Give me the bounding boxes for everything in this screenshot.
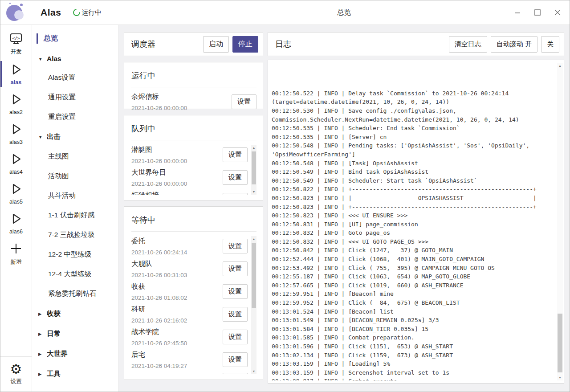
log-line: 00:13:01.524 | INFO | [Beacon] list	[272, 307, 556, 316]
task-setting-button[interactable]: 设置	[223, 170, 248, 185]
task-setting-button[interactable]: 设置	[232, 94, 256, 109]
nav-group-opsi[interactable]: ▶ 大世界	[32, 349, 118, 359]
play-icon	[9, 212, 23, 227]
autoscroll-toggle-button[interactable]: 自动滚动 开	[491, 36, 537, 53]
rail-item-alas2[interactable]: alas2	[0, 90, 32, 118]
rail-item-label: alas4	[9, 169, 23, 175]
task-setting-button[interactable]: 设置	[223, 284, 248, 299]
log-off-button[interactable]: 关	[541, 36, 559, 53]
nav-group-sortie-items: 主线图活动图共斗活动1-1 伏击刷好感7-2 三战捡垃圾12-2 中型练级12-…	[32, 152, 118, 298]
pending-card: 队列中 潜艇图 2021-10-26 00:00:00	[124, 115, 263, 200]
task-setting-button[interactable]: 设置	[223, 307, 248, 322]
nav-group-tool[interactable]: ▶ 工具	[32, 369, 118, 379]
rail-item-settings[interactable]: ⚙ 设置	[0, 356, 32, 388]
play-icon	[9, 122, 23, 138]
log-scrollbar[interactable]: ▲ ▼	[557, 63, 563, 380]
scrollbar-thumb[interactable]	[558, 314, 562, 372]
log-line: 00:12:59.951 | INFO | [Beacon] mine	[272, 290, 556, 298]
scrollbar-thumb[interactable]	[252, 243, 256, 308]
log-line: 00:13:02.134 | INFO | Click (1159, 673) …	[272, 351, 556, 360]
nav-item-overview[interactable]: 总览	[32, 33, 118, 44]
minimize-button[interactable]	[511, 6, 524, 19]
rail-item-alas4[interactable]: alas4	[0, 149, 32, 178]
nav-item[interactable]: 共斗活动	[32, 191, 118, 200]
log-line: 00:13:03.159 | INFO | Screenshot interva…	[272, 368, 556, 377]
nav-group-reward[interactable]: ▶ 收获	[32, 309, 118, 318]
nav-group-label: 收获	[47, 309, 61, 318]
task-time: 2021-10-26 00:24:14	[131, 249, 223, 256]
log-line: 00:12:50.831 | INFO | [UI] page_commissi…	[272, 220, 556, 229]
scroll-down-icon[interactable]: ▼	[251, 189, 256, 195]
log-line: 00:12:50.548 | INFO | Pending tasks: ['O…	[272, 141, 556, 159]
nav-item[interactable]: 1-1 伏击刷好感	[32, 211, 118, 220]
rail-item-label: alas2	[9, 109, 23, 115]
task-row: 潜艇图 2021-10-26 00:00:00 设置	[131, 145, 248, 167]
log-panel: 00:12:50.522 | INFO | Delay task `Commis…	[268, 60, 564, 384]
nav-item[interactable]: 紧急委托刷钻石	[32, 289, 118, 298]
nav-group-alas[interactable]: ▼ Alas	[32, 55, 118, 63]
log-line: 00:12:59.952 | INFO | Click ( 84, 675) @…	[272, 298, 556, 307]
task-setting-button[interactable]: 设置	[223, 147, 248, 162]
nav-item[interactable]: 7-2 三战捡垃圾	[32, 230, 118, 240]
task-setting-button[interactable]: 设置	[223, 239, 248, 253]
maximize-button[interactable]	[531, 6, 544, 19]
scroll-up-icon[interactable]: ▲	[251, 236, 256, 242]
task-time: 2021-10-26 00:31:03	[131, 272, 223, 278]
clear-log-button[interactable]: 清空日志	[449, 36, 487, 53]
log-line: 00:13:01.596 | INFO | Click (1151, 653) …	[272, 342, 556, 351]
nav-item[interactable]: 12-4 大型练级	[32, 270, 118, 279]
task-row: 战术学院 2021-10-26 02:45:50 设置	[131, 327, 248, 350]
nav-group-sortie[interactable]: ▼ 出击	[32, 132, 118, 142]
nav-item[interactable]: 主线图	[32, 152, 118, 161]
scroll-up-icon[interactable]: ▲	[557, 63, 563, 69]
log-line: 00:12:50.549 | INFO | Bind task OpsiAshA…	[272, 167, 556, 176]
start-button[interactable]: 启动	[203, 36, 229, 53]
task-setting-button[interactable]: 设置	[223, 330, 248, 344]
task-setting-button[interactable]: 设置	[223, 373, 248, 374]
running-spinner-icon	[72, 8, 82, 18]
rail-item-alas[interactable]: alas	[0, 60, 32, 88]
scrollbar-thumb[interactable]	[252, 151, 256, 184]
task-setting-button[interactable]: 设置	[223, 193, 248, 195]
scroll-down-icon[interactable]: ▼	[557, 375, 563, 380]
task-name: 后宅	[131, 350, 223, 359]
log-line: 00:12:55.187 | INFO | Click (1063, 654) …	[272, 272, 556, 281]
close-button[interactable]	[551, 6, 564, 19]
task-setting-button[interactable]: 设置	[223, 261, 248, 276]
nav-group-daily[interactable]: ▶ 日常	[32, 329, 118, 339]
scroll-up-icon[interactable]: ▲	[251, 145, 256, 151]
rail-item-add[interactable]: 新增	[0, 239, 32, 269]
pending-scrollbar[interactable]: ▲ ▼	[251, 145, 256, 195]
task-setting-button[interactable]: 设置	[223, 352, 248, 367]
nav-item[interactable]: 重启设置	[32, 112, 118, 122]
play-icon	[9, 182, 23, 197]
log-line: 00:12:50.535 | INFO | [Server] cn	[272, 133, 556, 142]
app-name: Alas	[41, 7, 61, 18]
log-line: 00:12:52.444 | INFO | Click (1068, 401) …	[272, 255, 556, 264]
rail-item-alas3[interactable]: alas3	[0, 119, 32, 148]
chevron-right-icon: ▶	[38, 351, 43, 356]
task-row: 商店购买 设置	[131, 372, 248, 374]
log-line: 00:12:50.832 | INFO | <<< UI GOTO PAGE_O…	[272, 237, 556, 246]
log-line: 00:13:03.159 | INFO | [Loading] 5%	[272, 359, 556, 368]
nav-item[interactable]: 12-2 中型练级	[32, 250, 118, 259]
scroll-down-icon[interactable]: ▼	[251, 368, 256, 374]
running-card: 运行中 余烬信标 2021-10-26 00:00:00 设置	[124, 62, 263, 109]
pending-task-list: 潜艇图 2021-10-26 00:00:00 设置 大世界每日 20	[131, 145, 248, 195]
task-name: 商店购买	[131, 374, 223, 375]
nav-item[interactable]: 通用设置	[32, 93, 118, 102]
scheduler-column: 调度器 启动 停止 运行中 余烬信标 2021-10-26 00:00:00 设…	[124, 32, 263, 384]
task-name: 大舰队	[131, 259, 223, 269]
waiting-scrollbar[interactable]: ▲ ▼	[251, 236, 256, 374]
stop-button[interactable]: 停止	[232, 36, 258, 53]
nav-item[interactable]: 活动图	[32, 172, 118, 181]
nav-item[interactable]: Alas设置	[32, 73, 118, 82]
nav-group-label: 日常	[47, 329, 61, 339]
log-line: 00:12:53.492 | INFO | Click ( 755, 395) …	[272, 264, 556, 273]
rail-item-label: 新增	[11, 258, 22, 266]
rail-item-alas5[interactable]: alas5	[0, 179, 32, 208]
rail-item-dev[interactable]: </> 开发	[0, 29, 32, 58]
task-time: 2021-10-26 00:00:00	[131, 105, 232, 111]
log-panel-header: 日志 清空日志 自动滚动 开 关	[268, 32, 564, 56]
rail-item-alas6[interactable]: alas6	[0, 209, 32, 237]
